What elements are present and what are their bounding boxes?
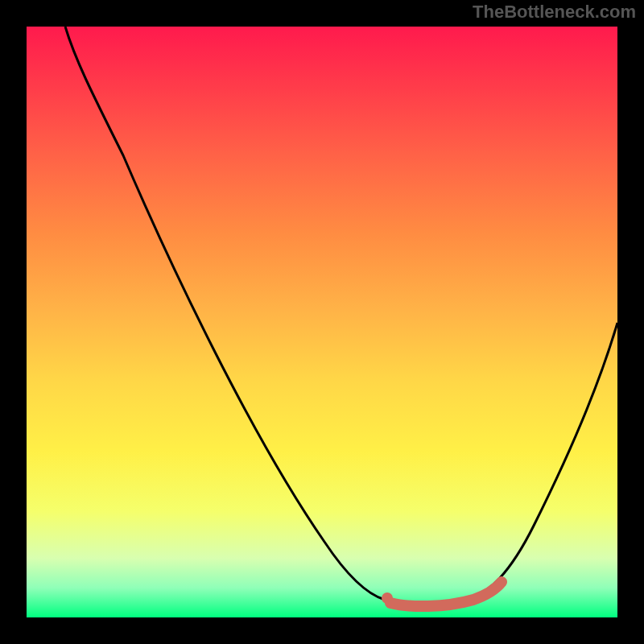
curve-layer <box>27 27 617 617</box>
plot-area <box>27 27 617 617</box>
optimal-range-marker <box>390 582 502 606</box>
bottleneck-curve <box>65 27 617 605</box>
chart-container: TheBottleneck.com <box>0 0 644 644</box>
attribution-label: TheBottleneck.com <box>473 2 636 23</box>
